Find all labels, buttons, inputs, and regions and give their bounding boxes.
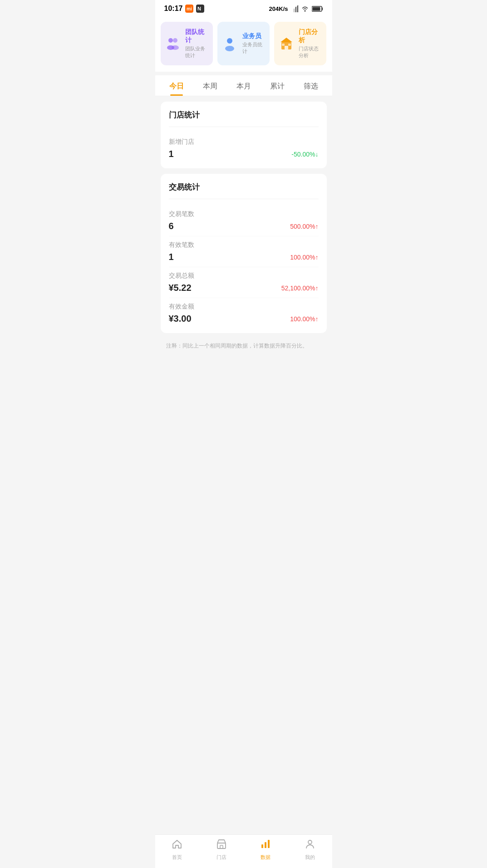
bottom-spacer bbox=[161, 361, 327, 397]
svg-point-14 bbox=[225, 46, 234, 51]
nav-data[interactable]: 数据 bbox=[244, 839, 288, 861]
svg-point-10 bbox=[173, 38, 177, 43]
top-cards: 团队统计 团队业务统计 业务员 业务员统计 门店分析 bbox=[155, 15, 332, 72]
team-card-title: 团队统计 bbox=[185, 28, 208, 44]
mine-icon bbox=[305, 839, 315, 852]
agent-card-text: 业务员 业务员统计 bbox=[242, 32, 265, 55]
new-store-label: 新增门店 bbox=[169, 138, 319, 146]
new-store-value-row: 1 -50.00%↓ bbox=[169, 149, 319, 159]
trade-count-change: 500.00%↑ bbox=[290, 223, 318, 230]
trade-stats-card: 交易统计 交易笔数 6 500.00%↑ 有效笔数 1 100.00%↑ 交易总… bbox=[161, 174, 327, 333]
store-analysis-title: 门店分析 bbox=[299, 28, 322, 44]
tab-filter[interactable]: 筛选 bbox=[294, 75, 328, 96]
svg-rect-18 bbox=[282, 44, 285, 46]
svg-rect-8 bbox=[312, 7, 320, 10]
trade-count-row: 交易笔数 6 500.00%↑ bbox=[169, 206, 319, 236]
battery-icon bbox=[312, 6, 323, 12]
team-card-text: 团队统计 团队业务统计 bbox=[185, 28, 208, 59]
svg-point-12 bbox=[172, 45, 179, 50]
svg-rect-17 bbox=[285, 46, 288, 49]
trade-amount-label: 交易总额 bbox=[169, 272, 319, 280]
store-analysis-subtitle: 门店状态分析 bbox=[299, 45, 322, 59]
store-icon bbox=[279, 35, 294, 52]
signal-icon bbox=[291, 5, 298, 12]
trade-amount-value: ¥5.22 bbox=[169, 283, 192, 293]
nav-data-label: 数据 bbox=[261, 854, 271, 861]
valid-amount-change: 100.00%↑ bbox=[290, 315, 318, 323]
store-analysis-card-text: 门店分析 门店状态分析 bbox=[299, 28, 322, 59]
trade-count-value-row: 6 500.00%↑ bbox=[169, 221, 319, 231]
svg-marker-6 bbox=[294, 8, 295, 12]
valid-amount-value-row: ¥3.00 100.00%↑ bbox=[169, 314, 319, 324]
status-left: 10:17 mi N bbox=[164, 5, 205, 13]
team-card[interactable]: 团队统计 团队业务统计 bbox=[161, 22, 213, 65]
valid-count-label: 有效笔数 bbox=[169, 241, 319, 249]
store-card[interactable]: 门店分析 门店状态分析 bbox=[274, 22, 326, 65]
status-right: 204K/s bbox=[269, 5, 323, 12]
team-card-subtitle: 团队业务统计 bbox=[185, 45, 208, 59]
new-store-value: 1 bbox=[169, 149, 174, 159]
period-tabs: 今日 本周 本月 累计 筛选 bbox=[155, 75, 332, 96]
status-bar: 10:17 mi N 204K/s bbox=[155, 0, 332, 15]
trade-amount-row: 交易总额 ¥5.22 52,100.00%↑ bbox=[169, 267, 319, 298]
new-store-change: -50.00%↓ bbox=[291, 151, 318, 158]
valid-amount-label: 有效金额 bbox=[169, 303, 319, 311]
tab-month[interactable]: 本月 bbox=[227, 75, 261, 96]
valid-count-value: 1 bbox=[169, 252, 174, 262]
trade-amount-value-row: ¥5.22 52,100.00%↑ bbox=[169, 283, 319, 293]
nav-store[interactable]: 门店 bbox=[199, 839, 244, 861]
nav-store-label: 门店 bbox=[216, 854, 226, 861]
svg-rect-20 bbox=[217, 843, 226, 848]
svg-rect-19 bbox=[288, 44, 291, 46]
svg-marker-4 bbox=[297, 5, 298, 12]
valid-amount-row: 有效金额 ¥3.00 100.00%↑ bbox=[169, 298, 319, 329]
valid-amount-value: ¥3.00 bbox=[169, 314, 192, 324]
n-icon: N bbox=[196, 5, 204, 13]
svg-rect-23 bbox=[261, 844, 263, 848]
trade-amount-change: 52,100.00%↑ bbox=[281, 284, 319, 292]
valid-count-row: 有效笔数 1 100.00%↑ bbox=[169, 236, 319, 267]
store-nav-icon bbox=[216, 839, 227, 852]
mi-icon: mi bbox=[185, 5, 193, 13]
svg-text:mi: mi bbox=[187, 6, 192, 11]
svg-point-26 bbox=[308, 840, 312, 844]
bottom-nav: 首页 门店 数据 我的 bbox=[155, 834, 332, 868]
tab-total[interactable]: 累计 bbox=[261, 75, 294, 96]
network-speed: 204K/s bbox=[269, 5, 288, 12]
tab-today[interactable]: 今日 bbox=[160, 75, 193, 96]
svg-rect-25 bbox=[268, 840, 270, 848]
nav-home[interactable]: 首页 bbox=[155, 839, 200, 861]
agent-card-title: 业务员 bbox=[242, 32, 265, 40]
agent-icon bbox=[222, 35, 238, 52]
store-stats-title: 门店统计 bbox=[169, 110, 319, 127]
trade-count-label: 交易笔数 bbox=[169, 210, 319, 218]
svg-rect-21 bbox=[220, 845, 223, 848]
status-time: 10:17 bbox=[164, 5, 183, 13]
svg-text:N: N bbox=[197, 6, 201, 11]
data-icon bbox=[260, 839, 271, 852]
nav-mine-label: 我的 bbox=[305, 854, 315, 861]
wifi-icon bbox=[301, 5, 309, 12]
main-content: 门店统计 新增门店 1 -50.00%↓ 交易统计 交易笔数 6 500.00%… bbox=[155, 96, 332, 402]
valid-count-value-row: 1 100.00%↑ bbox=[169, 252, 319, 262]
nav-home-label: 首页 bbox=[172, 854, 182, 861]
trade-count-value: 6 bbox=[169, 221, 174, 231]
nav-mine[interactable]: 我的 bbox=[288, 839, 332, 861]
svg-marker-16 bbox=[280, 38, 292, 42]
trade-stats-title: 交易统计 bbox=[169, 182, 319, 199]
valid-count-change: 100.00%↑ bbox=[290, 254, 318, 261]
store-stats-card: 门店统计 新增门店 1 -50.00%↓ bbox=[161, 102, 327, 168]
svg-point-9 bbox=[168, 38, 173, 43]
tab-week[interactable]: 本周 bbox=[193, 75, 227, 96]
svg-rect-24 bbox=[265, 842, 266, 848]
svg-point-13 bbox=[227, 38, 232, 44]
new-store-row: 新增门店 1 -50.00%↓ bbox=[169, 133, 319, 164]
home-icon bbox=[172, 839, 182, 852]
team-icon bbox=[165, 35, 181, 52]
svg-marker-5 bbox=[295, 6, 296, 12]
agent-card-subtitle: 业务员统计 bbox=[242, 41, 265, 55]
note-text: 注释：同比上一个相同周期的数据，计算数据升降百分比。 bbox=[161, 338, 327, 355]
agent-card[interactable]: 业务员 业务员统计 bbox=[217, 22, 270, 65]
